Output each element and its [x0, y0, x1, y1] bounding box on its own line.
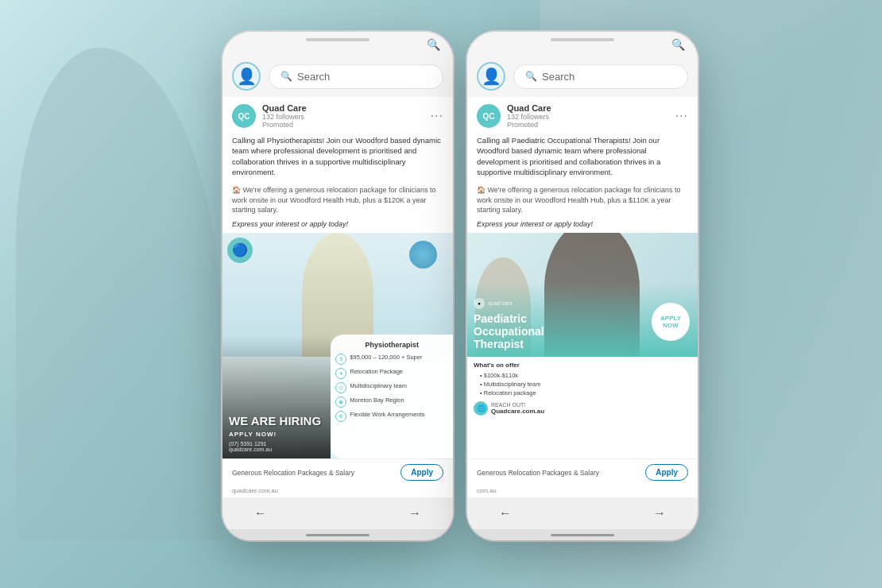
phone1-panel-icon-2: ♦ [335, 368, 346, 379]
phone2-avatar[interactable]: 👤 [477, 62, 505, 91]
phone1-panel-text-2: Relocation Package [350, 368, 403, 376]
phone1-panel-text-3: Multidisciplinary team [350, 382, 407, 390]
phone2-back-arrow[interactable]: ← [499, 506, 512, 520]
phone1-panel-icon-1: $ [335, 354, 346, 365]
phone1-panel-item-1: $ $95,000 – 120,000 + Super [335, 354, 448, 365]
phone2-offer-2: Multidisciplinary team [474, 381, 691, 388]
phone1-apply-now: APPLY NOW! [229, 431, 324, 438]
phone1-followers: 132 followers [262, 113, 307, 121]
phone1-panel-item-5: ⊕ Flexible Work Arrangements [335, 411, 448, 422]
phone2-search-text: Search [542, 71, 574, 83]
phone2-paed-ad: ● quad care Paediatric Occupational Ther… [467, 233, 698, 458]
phone1-panel-item-4: ◉ Moreton Bay Region [335, 397, 448, 408]
phone1-post-header-left: QC Quad Care 132 followers Promoted [232, 103, 307, 129]
phone1-top-bar: 🔍 [222, 32, 453, 57]
phone1-apply-button[interactable]: Apply [400, 464, 443, 481]
phone2-post-text2: 🏠 We're offering a generous relocation p… [467, 182, 698, 219]
phone2-footer-url: com.au [467, 485, 698, 497]
phone-2: 🔍 👤 🔍 Search QC Quad Care 132 followers … [467, 32, 698, 540]
phone1-physio-ad: 🔵 WE ARE HIRING APPLY NOW! (07) 5391 129… [222, 233, 453, 458]
phone2-post-text1: Calling all Paediatric Occupational Ther… [467, 132, 698, 182]
phone1-website: quadcare.com.au [229, 447, 324, 452]
phone2-brand-logo: ● [474, 298, 485, 309]
phone2-search-magnifier: 🔍 [525, 71, 537, 82]
phone1-search-text: Search [297, 71, 330, 83]
phone1-footer-text: Generous Relocation Packages & Salary [232, 469, 354, 477]
phone1-panel-item-2: ♦ Relocation Package [335, 368, 448, 379]
phone2-home-line [551, 534, 614, 536]
phone2-reach-out-info: REACH OUT! Quadcare.com.au [491, 402, 544, 415]
phone2-search-box[interactable]: 🔍 Search [513, 64, 688, 89]
phone2-reach-out-url: Quadcare.com.au [491, 408, 544, 415]
phone1-panel-icon-3: ◎ [335, 382, 346, 393]
phone1-post-text1: Calling all Physiotherapists! Join our W… [222, 132, 453, 182]
phone2-ad-image: ● quad care Paediatric Occupational Ther… [467, 233, 698, 458]
phone1-more-dots[interactable]: ··· [431, 109, 443, 123]
phone2-company-name: Quad Care [507, 103, 551, 113]
phone1-panel-title: Physiotherapist [335, 341, 448, 349]
phone2-ad-bottom-content: ● quad care Paediatric Occupational Ther… [467, 292, 698, 357]
phone2-more-dots[interactable]: ··· [675, 109, 688, 123]
phone2-post-header: QC Quad Care 132 followers Promoted ··· [467, 97, 698, 132]
phone2-globe-icon: 🌐 [474, 401, 488, 416]
phone2-post-header-left: QC Quad Care 132 followers Promoted [477, 103, 551, 129]
phone1-search-box[interactable]: 🔍 Search [269, 64, 443, 89]
phone1-panel-text-1: $95,000 – 120,000 + Super [350, 354, 422, 362]
phone2-footer-text: Generous Relocation Packages & Salary [477, 469, 599, 477]
phone1-search-icon-top: 🔍 [427, 38, 440, 51]
phone2-offer-1: $100k-$110k [474, 372, 691, 379]
phone1-footer-url: quadcare.com.au [222, 485, 453, 497]
phone2-apply-now-circle[interactable]: APPLY NOW [652, 303, 690, 341]
phone2-reach-out-row: 🌐 REACH OUT! Quadcare.com.au [474, 401, 691, 416]
phone1-ball [409, 241, 437, 269]
phone2-promoted: Promoted [507, 121, 551, 129]
phone1-post-header: QC Quad Care 132 followers Promoted ··· [222, 97, 453, 132]
phone1-hiring-section: WE ARE HIRING APPLY NOW! (07) 5391 1291 … [222, 335, 331, 458]
phone1-avatar-icon: 👤 [237, 67, 257, 86]
phone2-forward-arrow[interactable]: → [653, 506, 666, 520]
phone2-paed-title: Paediatric Occupational Therapist [474, 312, 594, 350]
phone1-back-arrow[interactable]: ← [254, 506, 267, 520]
phone1-ad-image: 🔵 WE ARE HIRING APPLY NOW! (07) 5391 129… [222, 233, 453, 458]
phone1-hiring-text: WE ARE HIRING [229, 415, 324, 428]
phone1-panel-icon-5: ⊕ [335, 411, 346, 422]
phone1-promoted: Promoted [262, 121, 307, 129]
phone2-info-panel: What's on offer $100k-$110k Multidiscipl… [467, 357, 698, 458]
phone2-followers: 132 followers [507, 113, 551, 121]
phone1-content: QC Quad Care 132 followers Promoted ··· … [222, 97, 453, 497]
phone2-post-cta: Express your interest or apply today! [467, 219, 698, 233]
phone2-search-area: 👤 🔍 Search [467, 57, 698, 97]
phone2-company-logo: QC [477, 104, 501, 128]
phone2-post-footer: Generous Relocation Packages & Salary Ap… [467, 458, 698, 485]
phone2-offer-3: Relocation package [474, 389, 691, 397]
phones-container: 🔍 👤 🔍 Search QC Quad Care 132 followers … [222, 32, 698, 540]
phone2-reach-out-label: REACH OUT! [491, 402, 544, 408]
phone1-ad-bottom: WE ARE HIRING APPLY NOW! (07) 5391 1291 … [222, 335, 453, 458]
phone1-post-cta: Express your interest or apply today! [222, 219, 453, 233]
phone1-status-bar [306, 38, 369, 41]
phone1-avatar[interactable]: 👤 [232, 62, 261, 91]
phone1-home-bar [222, 529, 453, 540]
phone1-phone-number: (07) 5391 1291 [229, 441, 324, 447]
phone1-company-info: Quad Care 132 followers Promoted [262, 103, 307, 129]
phone1-company-logo: QC [232, 104, 256, 128]
phone2-search-icon-top: 🔍 [671, 38, 685, 51]
phone1-company-name: Quad Care [262, 103, 307, 113]
phone1-search-magnifier: 🔍 [280, 71, 292, 82]
phone1-panel-text-4: Moreton Bay Region [350, 397, 404, 404]
phone2-brand-text: quad care [488, 300, 513, 306]
phone2-status-bar [551, 38, 614, 41]
phone2-whats-on-offer: What's on offer [474, 362, 691, 369]
phone2-top-bar: 🔍 [467, 32, 698, 57]
phone1-forward-arrow[interactable]: → [408, 506, 421, 520]
phone2-home-bar [467, 529, 698, 540]
phone1-panel-item-3: ◎ Multidisciplinary team [335, 382, 448, 393]
phone1-info-panel: Physiotherapist $ $95,000 – 120,000 + Su… [331, 335, 453, 458]
phone1-home-line [306, 534, 369, 536]
phone1-panel-text-5: Flexible Work Arrangements [350, 411, 424, 419]
phone2-apply-button[interactable]: Apply [645, 464, 688, 481]
phone2-avatar-icon: 👤 [482, 67, 501, 86]
phone2-content: QC Quad Care 132 followers Promoted ··· … [467, 97, 698, 497]
phone1-post-text2: 🏠 We're offering a generous relocation p… [222, 182, 453, 219]
phone1-search-area: 👤 🔍 Search [222, 57, 453, 97]
